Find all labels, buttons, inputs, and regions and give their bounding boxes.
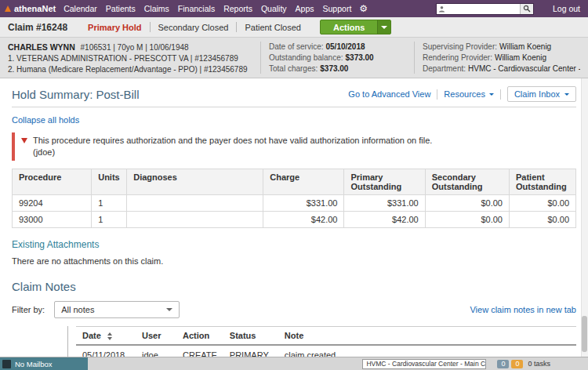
cell-procedure: 99204 <box>13 195 92 212</box>
filter-by-label: Filter by: <box>12 305 45 314</box>
supervising-provider-value: William Koenig <box>499 42 551 51</box>
cell-charge: $331.00 <box>263 195 344 212</box>
nav-item-patients[interactable]: Patients <box>106 4 136 13</box>
note-date: 05/11/2018 <box>76 345 136 357</box>
search-box <box>436 3 534 15</box>
chevron-down-icon <box>381 26 387 29</box>
status-patient-closed[interactable]: Patient Closed <box>237 23 309 32</box>
chevron-down-icon <box>166 308 172 311</box>
patient-name: CHARLES WYNN <box>8 42 75 52</box>
claim-notes-table: Date User Action Status Note 05/11/2018 … <box>76 326 576 357</box>
patient-insurance-primary: 1. VETERANS ADMINISTRATION - PRESCOTT VA… <box>8 53 260 64</box>
vertical-scrollbar[interactable] <box>581 78 588 357</box>
date-of-service-label: Date of service: <box>269 42 323 51</box>
mailbox-icon <box>2 360 11 368</box>
cell-secondary-outstanding: $0.00 <box>425 195 509 212</box>
hold-alert-body: This procedure requires authorization an… <box>33 135 432 158</box>
cell-diagnoses <box>127 212 263 228</box>
nav-item-apps[interactable]: Apps <box>296 4 314 13</box>
status-primary-hold[interactable]: Primary Hold <box>80 23 149 32</box>
note-row: 05/11/2018 jdoe CREATE PRIMARY DROP clai… <box>76 345 576 357</box>
patient-info-bar: CHARLES WYNN #106531 | 70yo M | 10/06/19… <box>0 38 588 78</box>
department-select[interactable]: HVMC - Cardiovascular Center - Main Camp… <box>362 359 486 369</box>
scrollbar-thumb[interactable] <box>582 316 587 352</box>
department-value: HVMC - Cardiovascular Center - ... <box>468 64 580 73</box>
cell-units: 1 <box>92 195 127 212</box>
advanced-view-link[interactable]: Go to Advanced View <box>348 89 430 99</box>
cell-primary-outstanding: $331.00 <box>344 195 425 212</box>
patient-insurance-secondary: 2. Humana (Medicare Replacement/Advantag… <box>8 64 260 74</box>
athenanet-logo-icon <box>5 5 11 12</box>
hold-summary-title: Hold Summary: Post-Bill <box>12 88 140 101</box>
hold-summary-links: Go to Advanced View Resources Claim Inbo… <box>348 86 576 102</box>
department-select-value: HVMC - Cardiovascular Center - Main Camp… <box>366 360 486 368</box>
col-note: Note <box>278 327 576 346</box>
chevron-down-icon <box>564 93 569 96</box>
search-input[interactable] <box>448 4 520 13</box>
main-content: Hold Summary: Post-Bill Go to Advanced V… <box>0 78 588 357</box>
col-diagnoses: Diagnoses <box>127 169 263 195</box>
total-charges-value: $373.00 <box>320 64 348 73</box>
claim-inbox-dropdown[interactable]: Claim Inbox <box>507 86 576 102</box>
nav-item-calendar[interactable]: Calendar <box>64 4 97 13</box>
claim-notes-area: Claim Created 05/11/2018 Date User Actio… <box>12 326 576 357</box>
nav-item-claims[interactable]: Claims <box>144 4 169 13</box>
task-badge-blue[interactable]: 0 <box>497 360 509 368</box>
notes-timeline: Claim Created 05/11/2018 <box>12 326 68 357</box>
athenanet-logo[interactable]: athenaNet <box>5 4 56 13</box>
resources-dropdown[interactable]: Resources <box>444 89 494 99</box>
provider-summary: Supervising Provider:William Koenig Rend… <box>414 42 580 74</box>
claim-financials-summary: Date of service:05/10/2018 Outstanding b… <box>260 42 414 74</box>
collapse-all-holds-link[interactable]: Collapse all holds <box>12 115 79 125</box>
claim-header-bar: Claim #16248 Primary Hold Secondary Clos… <box>0 17 588 38</box>
col-status: Status <box>223 327 278 346</box>
note-text: claim created <box>278 345 576 357</box>
hold-summary-header: Hold Summary: Post-Bill Go to Advanced V… <box>12 86 576 102</box>
gear-icon[interactable]: ⚙ <box>359 4 368 13</box>
col-units: Units <box>92 169 127 195</box>
resources-link: Resources <box>444 89 485 99</box>
mailbox-status[interactable]: No Mailbox <box>0 357 88 370</box>
notes-filter-select[interactable]: All notes <box>54 301 180 318</box>
divider <box>12 107 576 107</box>
actions-dropdown-toggle[interactable] <box>377 20 390 34</box>
nav-item-financials[interactable]: Financials <box>178 4 215 13</box>
nav-item-reports[interactable]: Reports <box>223 4 252 13</box>
table-row: 99204 1 $331.00 $331.00 $0.00 $0.00 <box>13 195 576 212</box>
divider <box>500 89 501 100</box>
nav-item-quality[interactable]: Quality <box>261 4 287 13</box>
claim-notes-title: Claim Notes <box>12 280 576 293</box>
outstanding-balance-value: $373.00 <box>346 53 374 62</box>
sort-icon[interactable] <box>107 332 112 340</box>
user-icon <box>437 5 448 13</box>
status-secondary-closed[interactable]: Secondary Closed <box>151 23 237 32</box>
logout-link[interactable]: Log out <box>553 4 580 13</box>
outstanding-balance-label: Outstanding balance: <box>269 53 343 62</box>
col-user: User <box>136 327 176 346</box>
actions-button-label: Actions <box>321 20 377 34</box>
cell-procedure: 93000 <box>13 212 92 228</box>
app-window: athenaNet Calendar Patients Claims Finan… <box>0 0 588 370</box>
cell-patient-outstanding: $0.00 <box>509 195 575 212</box>
nav-item-support[interactable]: Support <box>323 4 352 13</box>
mailbox-label: No Mailbox <box>15 360 53 368</box>
primary-nav: Calendar Patients Claims Financials Repo… <box>64 4 351 13</box>
top-nav-bar: athenaNet Calendar Patients Claims Finan… <box>0 0 588 17</box>
view-notes-new-tab-link[interactable]: View claim notes in new tab <box>470 305 576 314</box>
note-user: jdoe <box>136 345 176 357</box>
date-of-service-value: 05/10/2018 <box>325 42 365 51</box>
cell-secondary-outstanding: $0.00 <box>425 212 509 228</box>
chevron-down-icon <box>489 93 494 96</box>
tasks-count-label[interactable]: 0 tasks <box>528 360 550 368</box>
cell-patient-outstanding: $0.00 <box>509 212 575 228</box>
task-badge-orange[interactable]: 0 <box>511 360 523 368</box>
divider <box>437 89 437 100</box>
existing-attachments-title: Existing Attachments <box>12 239 576 250</box>
table-row: 93000 1 $42.00 $42.00 $0.00 $0.00 <box>13 212 576 228</box>
actions-button[interactable]: Actions <box>320 20 391 34</box>
cell-diagnoses <box>127 195 263 212</box>
col-date[interactable]: Date <box>76 327 136 346</box>
col-secondary-outstanding: Secondary Outstanding <box>425 169 509 195</box>
col-charge: Charge <box>263 169 344 195</box>
search-button[interactable] <box>520 4 533 14</box>
